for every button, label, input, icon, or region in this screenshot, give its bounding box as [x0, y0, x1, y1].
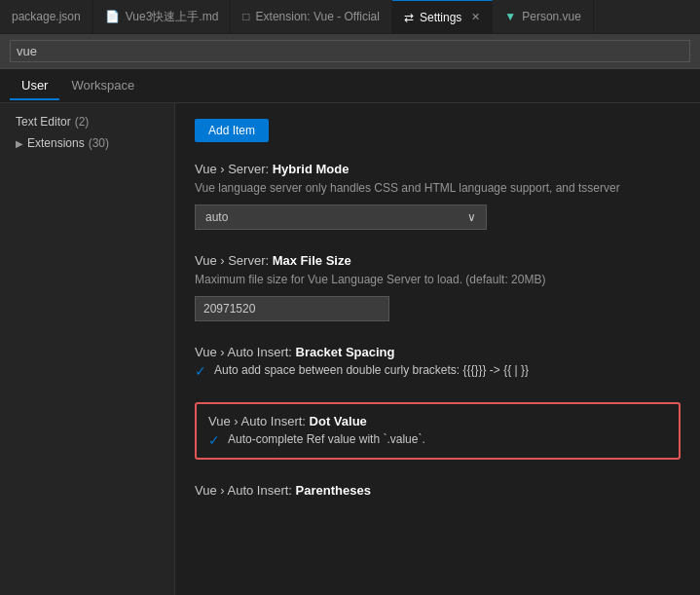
chevron-icon: ▶	[16, 138, 23, 149]
tab-extension-vue[interactable]: □ Extension: Vue - Official	[231, 0, 392, 34]
tab-vue-quickstart[interactable]: 📄 Vue3快速上手.md	[93, 0, 232, 34]
setting-dot-value: Vue › Auto Insert: Dot Value ✓ Auto-comp…	[195, 402, 681, 460]
bracket-spacing-checkbox-row: ✓ Auto add space between double curly br…	[195, 363, 681, 379]
main-content: Add Item Vue › Server: Hybrid Mode Vue l…	[175, 103, 700, 595]
tab-label: Extension: Vue - Official	[256, 10, 380, 23]
setting-hybrid-mode: Vue › Server: Hybrid Mode Vue language s…	[195, 162, 681, 230]
setting-parentheses: Vue › Auto Insert: Parentheses	[195, 483, 681, 498]
tab-package-json[interactable]: package.json	[0, 0, 93, 34]
tab-bar: package.json 📄 Vue3快速上手.md □ Extension: …	[0, 0, 700, 34]
sidebar-item-label: Text Editor	[16, 115, 71, 129]
setting-title: Vue › Auto Insert: Bracket Spacing	[195, 345, 681, 359]
checkbox-checked-icon[interactable]: ✓	[195, 363, 206, 379]
tab-icon: □	[242, 10, 249, 23]
sidebar-item-badge: (2)	[75, 115, 90, 129]
setting-title: Vue › Auto Insert: Parentheses	[195, 483, 681, 498]
setting-title: Vue › Server: Hybrid Mode	[195, 162, 681, 176]
tab-icon: ⇄	[404, 11, 414, 24]
checkbox-label: Auto add space between double curly brac…	[214, 363, 529, 377]
setting-title: Vue › Server: Max File Size	[195, 253, 681, 268]
tab-user[interactable]: User	[10, 72, 59, 100]
tab-settings[interactable]: ⇄ Settings ✕	[392, 0, 493, 34]
checkbox-checked-icon[interactable]: ✓	[208, 432, 220, 448]
sidebar-item-extensions[interactable]: ▶ Extensions (30)	[0, 132, 174, 154]
tab-icon: ▼	[504, 10, 516, 23]
hybrid-mode-dropdown[interactable]: auto ∨	[195, 205, 487, 230]
sidebar-item-label: Extensions	[27, 136, 85, 150]
settings-search-bar	[0, 34, 700, 69]
setting-desc: Vue language server only handles CSS and…	[195, 180, 681, 197]
sidebar-item-text-editor[interactable]: Text Editor (2)	[0, 111, 174, 132]
tab-label: Vue3快速上手.md	[126, 9, 219, 25]
content-area: Text Editor (2) ▶ Extensions (30) Add It…	[0, 103, 700, 595]
dot-value-checkbox-row: ✓ Auto-complete Ref value with `.value`.	[208, 432, 667, 448]
setting-desc: Maximum file size for Vue Language Serve…	[195, 272, 681, 288]
dropdown-value: auto	[205, 210, 228, 224]
tab-person-vue[interactable]: ▼ Person.vue	[493, 0, 594, 34]
tab-icon: 📄	[105, 10, 120, 23]
setting-max-file-size: Vue › Server: Max File Size Maximum file…	[195, 253, 681, 321]
search-input[interactable]	[10, 40, 690, 62]
checkbox-label: Auto-complete Ref value with `.value`.	[228, 432, 425, 446]
setting-bracket-spacing: Vue › Auto Insert: Bracket Spacing ✓ Aut…	[195, 345, 681, 379]
sidebar-item-badge: (30)	[89, 136, 109, 150]
tab-label: Person.vue	[522, 10, 581, 23]
max-file-size-input[interactable]	[195, 296, 389, 321]
tab-label: package.json	[12, 10, 81, 23]
sidebar: Text Editor (2) ▶ Extensions (30)	[0, 103, 175, 595]
chevron-down-icon: ∨	[467, 210, 476, 224]
add-item-button[interactable]: Add Item	[195, 119, 269, 142]
tab-workspace[interactable]: Workspace	[59, 72, 146, 100]
settings-tabs: User Workspace	[0, 69, 700, 103]
tab-close-settings[interactable]: ✕	[471, 11, 480, 23]
tab-label: Settings	[420, 11, 461, 24]
setting-title: Vue › Auto Insert: Dot Value	[208, 414, 667, 428]
